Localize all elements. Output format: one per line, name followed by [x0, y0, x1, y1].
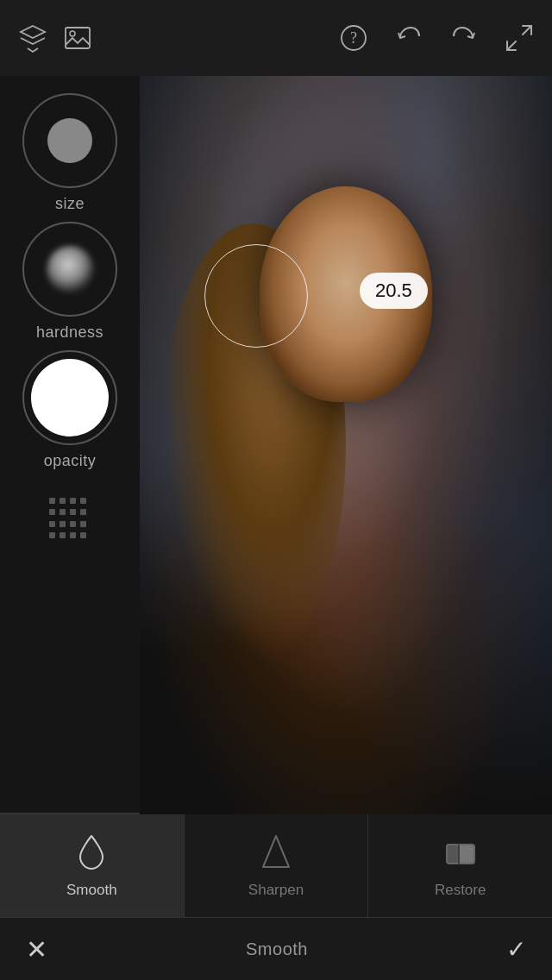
bottom-nav: ✕ Smooth ✓	[0, 918, 552, 980]
hardness-label: hardness	[36, 324, 104, 342]
svg-line-6	[507, 41, 516, 50]
svg-line-5	[523, 26, 531, 35]
layers-button[interactable]	[14, 19, 52, 57]
restore-icon	[443, 832, 478, 875]
svg-marker-0	[21, 26, 45, 38]
tool-sharpen[interactable]: Sharpen	[185, 814, 369, 917]
size-circle-button[interactable]	[22, 93, 117, 188]
dot	[49, 521, 55, 527]
opacity-inner-circle	[31, 359, 109, 437]
confirm-button[interactable]: ✓	[506, 935, 526, 964]
toolbar-left	[14, 19, 97, 57]
dot	[49, 509, 55, 515]
cancel-button[interactable]: ✕	[26, 934, 47, 964]
image-button[interactable]	[59, 19, 97, 57]
sharpen-icon	[260, 832, 292, 875]
expand-button[interactable]	[500, 19, 538, 57]
smooth-icon	[75, 832, 108, 875]
tools-row: Smooth Sharpen Restore	[0, 814, 552, 918]
brush-type-button[interactable]	[44, 493, 96, 544]
dot	[80, 509, 86, 515]
dot	[60, 521, 66, 527]
size-inner-circle	[47, 118, 92, 163]
dot	[70, 532, 76, 538]
svg-text:?: ?	[350, 29, 357, 47]
dot	[60, 532, 66, 538]
help-button[interactable]: ?	[335, 19, 373, 57]
opacity-control: opacity	[22, 350, 117, 470]
dot	[70, 521, 76, 527]
svg-rect-8	[447, 845, 459, 864]
panel-border	[0, 813, 140, 814]
dot	[70, 509, 76, 515]
dot	[80, 532, 86, 538]
dot	[80, 521, 86, 527]
photo-canvas[interactable]: 20.5	[140, 76, 552, 814]
tool-smooth[interactable]: Smooth	[0, 814, 185, 917]
svg-point-2	[70, 31, 75, 36]
hardness-control: hardness	[22, 222, 117, 342]
dot	[60, 498, 66, 504]
smooth-label: Smooth	[66, 882, 117, 899]
hardness-inner-circle	[47, 246, 94, 293]
top-toolbar: ?	[0, 0, 552, 76]
opacity-label: opacity	[44, 452, 97, 470]
tool-restore[interactable]: Restore	[368, 814, 552, 917]
brush-value-badge: 20.5	[360, 273, 428, 309]
nav-title: Smooth	[246, 939, 308, 959]
dot	[49, 498, 55, 504]
redo-button[interactable]	[445, 19, 483, 57]
dot	[60, 509, 66, 515]
dot	[49, 532, 55, 538]
hardness-circle-button[interactable]	[22, 222, 117, 317]
portrait-background	[140, 76, 552, 814]
toolbar-right: ?	[335, 19, 538, 57]
sharpen-label: Sharpen	[248, 882, 304, 899]
dot	[80, 498, 86, 504]
dot	[70, 498, 76, 504]
undo-button[interactable]	[390, 19, 428, 57]
opacity-circle-button[interactable]	[22, 350, 117, 445]
left-panel: size hardness opacity	[0, 76, 140, 814]
bottom-area: Smooth Sharpen Restore	[0, 814, 552, 980]
svg-rect-1	[66, 28, 90, 48]
restore-label: Restore	[435, 882, 486, 899]
size-label: size	[55, 195, 85, 213]
size-control: size	[22, 93, 117, 213]
